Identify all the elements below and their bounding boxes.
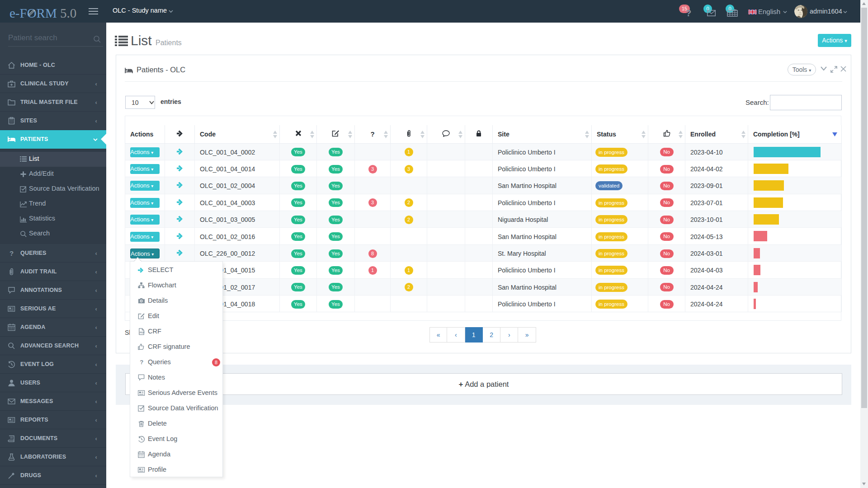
svg-text:?: ? bbox=[9, 249, 14, 257]
svg-text:PDF: PDF bbox=[140, 331, 145, 334]
svg-text:?: ? bbox=[140, 359, 143, 366]
